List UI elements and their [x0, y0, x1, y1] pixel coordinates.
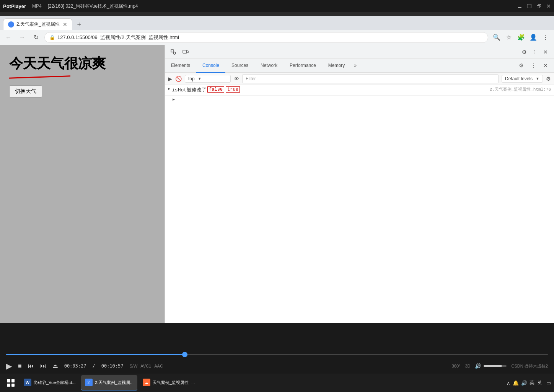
tray-desktop-button[interactable]: ▭ — [546, 380, 551, 386]
devtools-inspect-button[interactable] — [168, 47, 179, 57]
windows-icon — [7, 379, 15, 387]
zoom-button[interactable]: 🔍 — [491, 32, 502, 43]
devtools-more-button[interactable]: ⋮ — [530, 47, 540, 57]
tray-notification-icon[interactable]: 🔔 — [513, 380, 519, 386]
stop-button[interactable]: ■ — [18, 363, 22, 369]
svg-point-1 — [173, 52, 176, 54]
tab-favicon — [8, 21, 14, 28]
tab-sources[interactable]: Sources — [225, 59, 254, 73]
reload-button[interactable]: ↻ — [31, 32, 41, 43]
player-progress — [0, 351, 554, 358]
toolbar-actions: 🔍 ☆ 🧩 👤 ⋮ — [491, 32, 551, 43]
codec: AVC1 — [140, 364, 151, 368]
browser-tab-bar: 2.天气案例_监视属性 ✕ + — [0, 16, 554, 30]
forward-button[interactable]: → — [17, 32, 28, 43]
csdn-watermark: CSDN @待木成柱2 — [511, 363, 548, 369]
taskbar-app-word[interactable]: W 尚硅谷_Vue全家桶.d... — [20, 375, 80, 390]
frame-rate: S/W — [130, 364, 138, 368]
devtools-close-tab-btn[interactable]: ✕ — [540, 60, 551, 71]
player-current-time: 00:03:27 — [64, 363, 86, 369]
menu-button[interactable]: ⋮ — [540, 32, 551, 43]
devtools-more-tab-btn[interactable]: ⋮ — [528, 60, 539, 71]
console-eye-button[interactable]: 👁 — [234, 76, 239, 82]
console-filter-input[interactable] — [242, 74, 499, 83]
player-codec-info: S/W AVC1 AAC — [130, 364, 163, 368]
tab-network[interactable]: Network — [254, 59, 284, 73]
extension-button[interactable]: 🧩 — [516, 32, 526, 43]
progress-track[interactable] — [6, 354, 548, 355]
console-settings-button[interactable]: ⚙ — [546, 76, 551, 82]
devtools-icons — [168, 47, 191, 57]
console-stop-button[interactable]: 🚫 — [175, 76, 182, 82]
profile-button[interactable]: 👤 — [528, 32, 539, 43]
progress-thumb[interactable] — [182, 352, 187, 357]
devtools-settings-tab-btn[interactable]: ⚙ — [516, 60, 526, 71]
volume-slider[interactable] — [484, 365, 507, 367]
video-player-timeline: ▶ ■ ⏮ ⏭ ⏏ 00:03:27 / 00:10:57 S/W AVC1 A… — [0, 323, 554, 374]
tab-close-button[interactable]: ✕ — [63, 21, 67, 28]
console-context-selector[interactable]: top ▼ — [185, 75, 231, 83]
back-button[interactable]: ← — [3, 32, 14, 43]
minimize-icon[interactable]: 🗕 — [517, 3, 522, 9]
heading-underline — [9, 75, 70, 79]
taskbar-app-browser1[interactable]: 2 2.天气案例_监视属... — [81, 375, 137, 390]
browser-tab-active[interactable]: 2.天气案例_监视属性 ✕ — [3, 18, 72, 30]
devtools-settings-button[interactable]: ⚙ — [519, 47, 530, 57]
value-false-badge: false — [207, 86, 224, 93]
devtools-tabs: Elements Console Sources Network Perform… — [165, 59, 554, 73]
browser1-app-label: 2.天气案例_监视属... — [95, 380, 134, 385]
tray-arrow-icon[interactable]: ∧ — [507, 380, 510, 386]
console-toolbar: ▶ 🚫 top ▼ 👁 Default levels ▼ ⚙ — [165, 73, 554, 85]
prev-button[interactable]: ⏮ — [28, 363, 34, 369]
new-tab-button[interactable]: + — [74, 19, 85, 30]
play-button[interactable]: ▶ — [6, 361, 12, 371]
maximize-icon[interactable]: 🗗 — [536, 3, 542, 9]
svg-rect-3 — [187, 51, 188, 53]
address-bar[interactable]: 🔒 127.0.0.1:5500/09_监视属性/2.天气案例_监视属性.htm… — [44, 32, 488, 43]
devtools-responsive-button[interactable] — [180, 47, 191, 57]
webpage-area: 今天天气很凉爽 切换天气 — [0, 45, 165, 323]
tab-performance[interactable]: Performance — [284, 59, 322, 73]
browser-toolbar: ← → ↻ 🔒 127.0.0.1:5500/09_监视属性/2.天气案例_监视… — [0, 30, 554, 45]
volume-icon[interactable]: 🔊 — [475, 363, 481, 369]
console-output: ▶ isHot被修改了 false true 2.天气案例_监视属性.html:… — [165, 85, 554, 323]
word-app-label: 尚硅谷_Vue全家桶.d... — [34, 380, 76, 385]
title-bar: PotPlayer MP4 [22/168] 022_尚硅谷Vue技术_监视属性… — [0, 0, 554, 12]
taskbar-clock: 英 — [538, 380, 542, 385]
browser-window: 2.天气案例_监视属性 ✕ + ← → ↻ 🔒 127.0.0.1:5500/0… — [0, 16, 554, 323]
browser2-icon: ☁ — [143, 379, 150, 386]
word-icon: W — [24, 379, 31, 386]
console-entry-2: ▶ — [165, 96, 554, 106]
tab-memory[interactable]: Memory — [322, 59, 351, 73]
player-separator: / — [92, 363, 95, 369]
context-value: top — [188, 76, 195, 81]
tray-lang-icon[interactable]: 英 — [530, 379, 534, 386]
browser2-app-label: 天气案例_监视属性 -... — [153, 380, 195, 385]
devtools-close-button[interactable]: ✕ — [540, 47, 551, 57]
start-button[interactable] — [3, 375, 18, 390]
restore-icon[interactable]: ❐ — [527, 3, 532, 9]
entry-location[interactable]: 2.天气案例_监视属性.html:76 — [489, 86, 551, 92]
tray-volume-icon[interactable]: 🔊 — [521, 380, 527, 386]
console-clear-button[interactable]: ▶ — [168, 76, 172, 82]
title-bar-format: MP4 — [32, 3, 42, 9]
entry-expand-icon[interactable]: ▶ — [168, 86, 170, 91]
tab-elements[interactable]: Elements — [165, 59, 196, 73]
close-icon[interactable]: ✕ — [546, 3, 551, 9]
clock-date: 英 — [538, 380, 542, 385]
entry-arrow-icon[interactable]: ▶ — [173, 97, 175, 102]
next-button[interactable]: ⏭ — [40, 363, 46, 369]
3d-info: 3D — [465, 364, 470, 368]
bookmark-button[interactable]: ☆ — [503, 32, 514, 43]
console-level-selector[interactable]: Default levels ▼ — [502, 75, 543, 83]
svg-rect-0 — [171, 50, 173, 52]
lock-icon: 🔒 — [49, 35, 55, 40]
switch-weather-button[interactable]: 切换天气 — [9, 85, 42, 98]
taskbar-app-browser2[interactable]: ☁ 天气案例_监视属性 -... — [139, 375, 199, 390]
title-bar-controls: 🗕 ❐ 🗗 ✕ — [517, 3, 551, 9]
potplayer-logo: PotPlayer — [3, 3, 26, 9]
devtools-topbar: ⚙ ⋮ ✕ — [165, 45, 554, 59]
eject-button[interactable]: ⏏ — [52, 363, 58, 370]
devtools-more-tabs-button[interactable]: » — [351, 59, 360, 72]
tab-console[interactable]: Console — [196, 59, 225, 73]
